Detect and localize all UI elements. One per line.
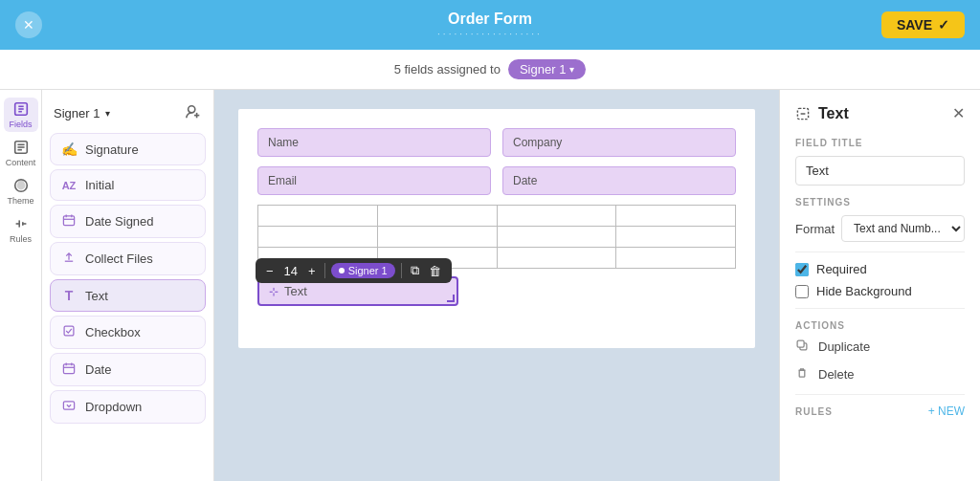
actions-section-label: ACTIONS xyxy=(795,320,965,331)
field-label: Dropdown xyxy=(85,400,142,414)
delete-label: Delete xyxy=(818,367,855,382)
main-layout: Fields Content Theme Rules Signer 1 ▾ ✍ … xyxy=(0,90,980,481)
content-label: Content xyxy=(6,158,36,167)
collect-files-icon xyxy=(60,251,78,267)
hide-background-checkbox[interactable] xyxy=(795,285,809,298)
new-rule-button[interactable]: + NEW xyxy=(928,404,965,418)
theme-label: Theme xyxy=(7,196,33,206)
toolbar-divider xyxy=(324,263,325,278)
settings-section-label: SETTINGS xyxy=(795,197,965,208)
right-panel-title: Text xyxy=(795,105,849,122)
header: ✕ Order Form ··················· SAVE ✓ xyxy=(0,0,980,50)
field-item-checkbox[interactable]: Checkbox xyxy=(50,316,206,349)
email-field[interactable]: Email xyxy=(257,166,491,195)
initial-icon: AZ xyxy=(60,180,78,191)
delete-toolbar-button[interactable]: 🗑 xyxy=(426,263,444,279)
signer-dot xyxy=(339,268,345,273)
signer-dropdown-icon: ▾ xyxy=(105,108,110,119)
dropdown-icon xyxy=(60,399,78,415)
field-label: Text xyxy=(85,289,108,303)
toolbar-divider-2 xyxy=(401,263,402,278)
svg-rect-30 xyxy=(799,370,805,377)
table-row xyxy=(258,227,736,248)
required-checkbox[interactable] xyxy=(795,263,809,276)
svg-rect-25 xyxy=(63,402,74,409)
fields-count: 5 fields assigned to xyxy=(394,62,501,77)
table-row xyxy=(258,206,736,227)
divider-2 xyxy=(795,308,965,309)
svg-rect-20 xyxy=(64,326,74,336)
field-label: Date Signed xyxy=(85,214,154,229)
text-field-icon xyxy=(795,106,811,121)
close-button[interactable]: ✕ xyxy=(15,11,42,38)
divider-3 xyxy=(795,394,965,395)
signer-selector[interactable]: Signer 1 ▾ xyxy=(508,59,586,79)
right-panel-header: Text ✕ xyxy=(795,105,965,122)
field-item-dropdown[interactable]: Dropdown xyxy=(50,390,206,424)
font-increase-button[interactable]: + xyxy=(305,263,319,279)
field-label: Checkbox xyxy=(85,325,141,339)
duplicate-action[interactable]: Duplicate xyxy=(795,339,965,355)
icon-nav: Fields Content Theme Rules xyxy=(0,90,42,481)
signature-icon: ✍ xyxy=(60,142,78,157)
duplicate-label: Duplicate xyxy=(818,339,870,354)
hide-background-label: Hide Background xyxy=(816,284,912,298)
sidebar: Signer 1 ▾ ✍ Signature AZ Initial Date S… xyxy=(42,90,214,481)
field-item-text[interactable]: T Text xyxy=(50,279,206,312)
panel-close-button[interactable]: ✕ xyxy=(952,106,965,121)
hide-background-row: Hide Background xyxy=(795,284,965,298)
format-row: Format Text and Numb... xyxy=(795,215,965,242)
svg-point-13 xyxy=(189,106,195,113)
field-item-collect-files[interactable]: Collect Files xyxy=(50,242,206,275)
copy-button[interactable]: ⧉ xyxy=(408,262,422,279)
signer-bar: 5 fields assigned to Signer 1 ▾ xyxy=(0,50,980,90)
svg-rect-16 xyxy=(63,216,74,226)
divider-1 xyxy=(795,251,965,252)
field-item-date-signed[interactable]: Date Signed xyxy=(50,205,206,238)
sidebar-item-theme[interactable]: Theme xyxy=(4,174,38,208)
field-label: Date xyxy=(85,362,111,377)
save-button[interactable]: SAVE ✓ xyxy=(881,11,965,38)
resize-handle[interactable] xyxy=(447,295,455,302)
name-field[interactable]: Name xyxy=(257,128,491,157)
signer-caret-icon: ▾ xyxy=(569,64,574,75)
field-item-date[interactable]: Date xyxy=(50,353,206,386)
header-title: Order Form xyxy=(437,11,543,28)
delete-action[interactable]: Delete xyxy=(795,366,965,383)
text-field-label: Text xyxy=(284,284,307,298)
sidebar-item-rules[interactable]: Rules xyxy=(4,212,38,247)
date-signed-icon xyxy=(60,213,78,230)
canvas-area: Name Company Email Date xyxy=(214,90,779,481)
field-title-section-label: FIELD TITLE xyxy=(795,138,965,148)
company-field[interactable]: Company xyxy=(502,128,736,157)
sidebar-item-content[interactable]: Content xyxy=(4,136,38,170)
add-signer-icon[interactable] xyxy=(185,103,202,123)
format-select[interactable]: Text and Numb... xyxy=(841,215,965,242)
signer-name: Signer 1 xyxy=(54,106,100,120)
signer-header: Signer 1 ▾ xyxy=(50,98,206,133)
canvas-row-1: Name Company xyxy=(257,128,736,157)
rules-section-label: RULES xyxy=(795,406,833,417)
duplicate-icon xyxy=(795,339,809,355)
field-item-signature[interactable]: ✍ Signature xyxy=(50,133,206,165)
checkbox-icon xyxy=(60,324,78,340)
date-field[interactable]: Date xyxy=(502,166,736,195)
format-label: Format xyxy=(795,222,835,236)
field-title-input[interactable] xyxy=(795,156,965,186)
sidebar-item-fields[interactable]: Fields xyxy=(4,98,38,132)
required-row: Required xyxy=(795,262,965,276)
required-label: Required xyxy=(816,262,867,276)
field-item-initial[interactable]: AZ Initial xyxy=(50,169,206,201)
drag-icon: ⊹ xyxy=(269,285,278,298)
field-toolbar: − 14 + Signer 1 ⧉ 🗑 xyxy=(256,258,452,283)
date-icon xyxy=(60,361,78,378)
field-label: Signature xyxy=(85,142,139,157)
delete-icon xyxy=(795,366,809,383)
svg-rect-21 xyxy=(63,364,74,374)
canvas-row-2: Email Date xyxy=(257,166,736,195)
toolbar-signer[interactable]: Signer 1 xyxy=(331,263,395,278)
field-label: Collect Files xyxy=(85,251,153,266)
rules-label: Rules xyxy=(10,234,32,244)
font-decrease-button[interactable]: − xyxy=(263,263,277,279)
rules-row: RULES + NEW xyxy=(795,404,965,418)
